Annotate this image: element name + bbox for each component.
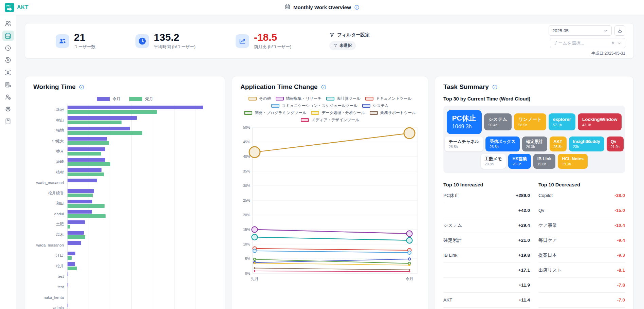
stat-avg-time-value: 135.2 [154, 32, 196, 43]
brand: AKT AKT [5, 3, 29, 12]
task-delta-value: +289.0 [516, 193, 530, 198]
info-icon[interactable] [354, 4, 360, 10]
application-time-change-panel: Application Time Change その他情報収集・リサーチ表計算ツ… [232, 76, 428, 309]
sidebar-item-user-focus[interactable] [2, 67, 14, 77]
stat-avg-time: 135.2 平均時間 (h/ユーザー) [135, 32, 196, 50]
task-delta-value: +19.8 [518, 253, 530, 258]
tag-label: チームチャネル [449, 139, 479, 144]
working-time-row: 松井 [33, 261, 217, 271]
task-label: ケア事業 [538, 222, 557, 229]
legend-label: 先月 [145, 96, 153, 102]
trend-chart-icon [236, 34, 249, 48]
working-time-panel: Working Time 今月先月 新居村山福地中健太香月唐崎植村wada_ma… [25, 76, 225, 309]
task-label: IB Link [443, 253, 457, 258]
sidebar-item-settings-gear[interactable] [2, 104, 14, 114]
word-cloud-tag: AKT25.8h [550, 137, 567, 151]
task-delta-value: -9.3 [617, 253, 625, 258]
task-delta-value: +11.4 [519, 297, 530, 303]
bar-先月 [68, 194, 93, 197]
task-delta-value: +21.0 [518, 238, 530, 243]
stat-mom-change: -18.5 前月比 (h/ユーザー) [236, 32, 291, 50]
bar-先月 [68, 225, 70, 229]
word-cloud-tag: InsightBuddy23h [569, 137, 604, 151]
calendar-aug-icon: Aug [284, 4, 290, 11]
info-icon[interactable] [492, 84, 498, 90]
filter-chip-unselected[interactable]: 未選択 [329, 41, 356, 50]
info-icon[interactable] [321, 84, 327, 90]
word-cloud-tag: Qv21.9h [607, 137, 624, 151]
legend-swatch [365, 97, 373, 101]
y-tick-label: 25% [243, 198, 250, 202]
download-button[interactable] [614, 25, 625, 36]
funnel-icon [329, 32, 335, 38]
team-select-placeholder: チームを選択... [554, 40, 584, 46]
sidebar-item-building-gear[interactable] [2, 79, 14, 90]
clear-icon[interactable] [611, 41, 615, 45]
info-icon[interactable] [79, 84, 85, 90]
bar-今月 [68, 241, 81, 245]
month-select[interactable]: 2025-05 [549, 25, 612, 36]
top10-increased-heading: Top 10 Increased [443, 182, 530, 187]
legend-swatch [271, 104, 279, 108]
working-time-row: 松井綾香 [33, 188, 217, 199]
sidebar-item-clock[interactable] [2, 43, 14, 53]
tag-label: InsightBuddy [573, 139, 600, 144]
tag-hours: 19.3h [562, 162, 584, 166]
users-icon [56, 34, 69, 48]
bar-今月 [68, 158, 105, 162]
sidebar-item-book[interactable] [2, 116, 14, 126]
tag-label: LockingWindow [582, 117, 617, 122]
working-time-row: admin [33, 303, 217, 309]
legend-swatch [362, 104, 370, 108]
y-tick-label: 0% [245, 271, 250, 275]
series-marker [253, 249, 256, 253]
page-title: Monthly Work Overview [293, 4, 351, 10]
bar-今月 [68, 220, 85, 224]
sidebar-item-history-r[interactable]: R [2, 55, 14, 65]
legend-item: コミュニケーション・スケジュールツール [271, 103, 357, 108]
sidebar-item-user-gear[interactable] [2, 92, 14, 102]
working-time-row: 植村 [33, 167, 217, 178]
word-cloud-tag: LockingWindow43.1h [578, 113, 622, 130]
bar-先月 [68, 256, 72, 260]
legend-swatch [249, 97, 257, 101]
user-label: abdul [33, 212, 67, 216]
sidebar-item-calendar-aug[interactable]: Aug [2, 31, 14, 41]
user-label: 高木 [33, 232, 67, 237]
team-select[interactable]: チームを選択... [550, 38, 625, 48]
series-line [255, 259, 409, 262]
bar-先月 [68, 110, 157, 114]
top10-decreased-list: Top 10 Decreased Copilot-38.0Qv-15.0ケア事業… [538, 182, 625, 309]
tag-label: HCL Notes [562, 157, 584, 161]
list-item: AKT+11.4 [443, 293, 530, 308]
tag-hours: 90.4h [489, 123, 507, 127]
tag-hours: 25.8h [554, 145, 563, 149]
y-tick-label: 30% [243, 184, 250, 188]
y-tick-label: 20% [243, 213, 250, 217]
task-delta-value: -15.0 [614, 208, 625, 213]
working-time-row: 和田 [33, 198, 217, 209]
bar-先月 [68, 141, 109, 145]
user-label: 江口 [33, 253, 67, 258]
list-item: Copilot-38.0 [538, 188, 625, 203]
filter-settings-button[interactable]: フィルター設定 [329, 32, 370, 38]
bar-今月 [68, 189, 94, 193]
legend-swatch [244, 111, 252, 115]
legend-label: 情報収集・リサーチ [286, 96, 321, 101]
application-time-change-legend: その他情報収集・リサーチ表計算ツールドキュメントツールコミュニケーション・スケジ… [240, 96, 420, 123]
bar-今月 [68, 179, 97, 182]
filter-block: フィルター設定 未選択 [329, 32, 370, 50]
series-line [255, 268, 409, 270]
user-label: 香月 [33, 149, 67, 154]
chevron-down-icon [604, 29, 608, 33]
user-label: admin [33, 306, 67, 309]
tag-label: Qv [611, 139, 620, 144]
bar-先月 [68, 152, 101, 156]
sidebar-item-users[interactable] [2, 18, 14, 29]
bar-今月 [68, 272, 68, 276]
bar-先月 [68, 131, 142, 135]
user-label: 植村 [33, 170, 67, 175]
series-line [255, 230, 409, 234]
word-cloud-tag: PC休止1049.3h [447, 110, 482, 134]
working-time-row: 香月 [33, 146, 217, 157]
